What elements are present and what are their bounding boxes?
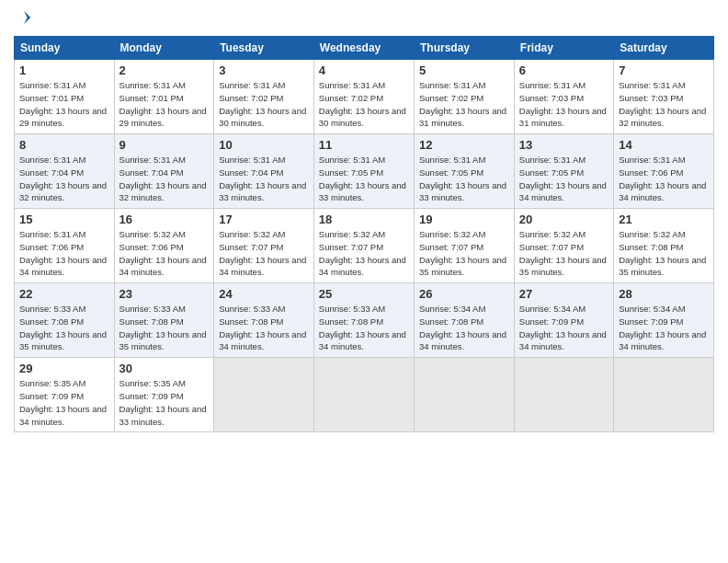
day-info: Sunrise: 5:34 AMSunset: 7:08 PMDaylight:… — [419, 303, 509, 353]
day-info: Sunrise: 5:32 AMSunset: 7:08 PMDaylight:… — [619, 228, 709, 279]
calendar-cell: 12Sunrise: 5:31 AMSunset: 7:05 PMDayligh… — [415, 134, 515, 209]
day-number: 27 — [519, 287, 609, 301]
day-number: 24 — [219, 287, 309, 301]
day-number: 20 — [519, 213, 609, 226]
days-header-row: SundayMondayTuesdayWednesdayThursdayFrid… — [15, 37, 714, 60]
calendar-cell: 7Sunrise: 5:31 AMSunset: 7:03 PMDaylight… — [614, 60, 714, 134]
day-info: Sunrise: 5:32 AMSunset: 7:06 PMDaylight:… — [119, 228, 210, 279]
svg-marker-0 — [24, 11, 30, 24]
day-info: Sunrise: 5:31 AMSunset: 7:06 PMDaylight:… — [619, 154, 709, 204]
calendar-week-4: 22Sunrise: 5:33 AMSunset: 7:08 PMDayligh… — [15, 283, 714, 358]
day-info: Sunrise: 5:31 AMSunset: 7:02 PMDaylight:… — [219, 79, 309, 130]
day-info: Sunrise: 5:32 AMSunset: 7:07 PMDaylight:… — [519, 228, 609, 279]
day-info: Sunrise: 5:34 AMSunset: 7:09 PMDaylight:… — [519, 303, 609, 353]
calendar-cell: 27Sunrise: 5:34 AMSunset: 7:09 PMDayligh… — [514, 283, 613, 358]
calendar-cell: 25Sunrise: 5:33 AMSunset: 7:08 PMDayligh… — [313, 283, 414, 358]
calendar-cell — [313, 358, 414, 432]
calendar-cell: 13Sunrise: 5:31 AMSunset: 7:05 PMDayligh… — [514, 134, 613, 209]
day-header-friday: Friday — [514, 37, 613, 60]
calendar-cell: 17Sunrise: 5:32 AMSunset: 7:07 PMDayligh… — [214, 209, 314, 283]
day-number: 22 — [19, 287, 109, 301]
day-info: Sunrise: 5:31 AMSunset: 7:03 PMDaylight:… — [619, 79, 709, 130]
day-info: Sunrise: 5:31 AMSunset: 7:05 PMDaylight:… — [319, 154, 409, 204]
day-header-tuesday: Tuesday — [214, 37, 314, 60]
day-number: 19 — [419, 213, 509, 226]
calendar-week-3: 15Sunrise: 5:31 AMSunset: 7:06 PMDayligh… — [15, 209, 714, 283]
calendar-cell: 29Sunrise: 5:35 AMSunset: 7:09 PMDayligh… — [15, 358, 115, 432]
day-info: Sunrise: 5:34 AMSunset: 7:09 PMDaylight:… — [619, 303, 709, 353]
day-number: 18 — [319, 213, 409, 226]
calendar-cell: 11Sunrise: 5:31 AMSunset: 7:05 PMDayligh… — [313, 134, 414, 209]
calendar-cell: 30Sunrise: 5:35 AMSunset: 7:09 PMDayligh… — [114, 358, 214, 432]
day-number: 1 — [19, 63, 109, 77]
day-info: Sunrise: 5:35 AMSunset: 7:09 PMDaylight:… — [119, 377, 210, 428]
calendar-cell — [415, 358, 515, 432]
calendar-cell: 3Sunrise: 5:31 AMSunset: 7:02 PMDaylight… — [214, 60, 314, 134]
logo-general — [14, 9, 32, 30]
day-number: 4 — [319, 63, 409, 77]
calendar-cell: 5Sunrise: 5:31 AMSunset: 7:02 PMDaylight… — [415, 60, 515, 134]
calendar-cell: 24Sunrise: 5:33 AMSunset: 7:08 PMDayligh… — [214, 283, 314, 358]
day-info: Sunrise: 5:35 AMSunset: 7:09 PMDaylight:… — [19, 377, 109, 428]
calendar-cell: 22Sunrise: 5:33 AMSunset: 7:08 PMDayligh… — [15, 283, 115, 358]
calendar-cell: 16Sunrise: 5:32 AMSunset: 7:06 PMDayligh… — [114, 209, 214, 283]
calendar-cell: 4Sunrise: 5:31 AMSunset: 7:02 PMDaylight… — [313, 60, 414, 134]
day-info: Sunrise: 5:31 AMSunset: 7:04 PMDaylight:… — [219, 154, 309, 204]
day-number: 5 — [419, 63, 509, 77]
calendar-cell: 18Sunrise: 5:32 AMSunset: 7:07 PMDayligh… — [313, 209, 414, 283]
day-number: 10 — [219, 138, 309, 152]
calendar-cell — [514, 358, 613, 432]
day-header-wednesday: Wednesday — [313, 37, 414, 60]
day-info: Sunrise: 5:31 AMSunset: 7:03 PMDaylight:… — [519, 79, 609, 130]
day-number: 26 — [419, 287, 509, 301]
day-info: Sunrise: 5:32 AMSunset: 7:07 PMDaylight:… — [219, 228, 309, 279]
day-info: Sunrise: 5:33 AMSunset: 7:08 PMDaylight:… — [19, 303, 109, 353]
calendar-cell: 19Sunrise: 5:32 AMSunset: 7:07 PMDayligh… — [415, 209, 515, 283]
day-info: Sunrise: 5:32 AMSunset: 7:07 PMDaylight:… — [319, 228, 409, 279]
day-info: Sunrise: 5:31 AMSunset: 7:01 PMDaylight:… — [19, 79, 109, 130]
day-info: Sunrise: 5:31 AMSunset: 7:04 PMDaylight:… — [19, 154, 109, 204]
calendar-cell: 9Sunrise: 5:31 AMSunset: 7:04 PMDaylight… — [114, 134, 214, 209]
day-number: 17 — [219, 213, 309, 226]
calendar-week-5: 29Sunrise: 5:35 AMSunset: 7:09 PMDayligh… — [15, 358, 714, 432]
day-number: 25 — [319, 287, 409, 301]
day-number: 29 — [19, 362, 109, 375]
calendar-cell: 6Sunrise: 5:31 AMSunset: 7:03 PMDaylight… — [514, 60, 613, 134]
calendar-cell — [614, 358, 714, 432]
day-number: 7 — [619, 63, 709, 77]
calendar-week-2: 8Sunrise: 5:31 AMSunset: 7:04 PMDaylight… — [15, 134, 714, 209]
day-number: 28 — [619, 287, 709, 301]
day-number: 8 — [19, 138, 109, 152]
day-info: Sunrise: 5:31 AMSunset: 7:02 PMDaylight:… — [419, 79, 509, 130]
calendar-cell — [214, 358, 314, 432]
day-info: Sunrise: 5:33 AMSunset: 7:08 PMDaylight:… — [319, 303, 409, 353]
day-info: Sunrise: 5:31 AMSunset: 7:04 PMDaylight:… — [119, 154, 210, 204]
day-number: 12 — [419, 138, 509, 152]
day-number: 16 — [119, 213, 210, 226]
calendar-cell: 14Sunrise: 5:31 AMSunset: 7:06 PMDayligh… — [614, 134, 714, 209]
day-info: Sunrise: 5:33 AMSunset: 7:08 PMDaylight:… — [219, 303, 309, 353]
day-info: Sunrise: 5:31 AMSunset: 7:05 PMDaylight:… — [519, 154, 609, 204]
day-number: 11 — [319, 138, 409, 152]
calendar-cell: 2Sunrise: 5:31 AMSunset: 7:01 PMDaylight… — [114, 60, 214, 134]
day-header-saturday: Saturday — [614, 37, 714, 60]
logo — [14, 9, 32, 30]
day-number: 6 — [519, 63, 609, 77]
day-number: 23 — [119, 287, 210, 301]
day-number: 14 — [619, 138, 709, 152]
calendar-week-1: 1Sunrise: 5:31 AMSunset: 7:01 PMDaylight… — [15, 60, 714, 134]
day-header-monday: Monday — [114, 37, 214, 60]
day-number: 21 — [619, 213, 709, 226]
calendar-cell: 21Sunrise: 5:32 AMSunset: 7:08 PMDayligh… — [614, 209, 714, 283]
day-info: Sunrise: 5:31 AMSunset: 7:02 PMDaylight:… — [319, 79, 409, 130]
day-header-thursday: Thursday — [415, 37, 515, 60]
day-number: 3 — [219, 63, 309, 77]
day-number: 13 — [519, 138, 609, 152]
calendar-cell: 10Sunrise: 5:31 AMSunset: 7:04 PMDayligh… — [214, 134, 314, 209]
day-info: Sunrise: 5:31 AMSunset: 7:01 PMDaylight:… — [119, 79, 210, 130]
calendar-cell: 20Sunrise: 5:32 AMSunset: 7:07 PMDayligh… — [514, 209, 613, 283]
calendar-table: SundayMondayTuesdayWednesdayThursdayFrid… — [14, 36, 714, 432]
calendar-cell: 1Sunrise: 5:31 AMSunset: 7:01 PMDaylight… — [15, 60, 115, 134]
day-number: 9 — [119, 138, 210, 152]
day-header-sunday: Sunday — [15, 37, 115, 60]
